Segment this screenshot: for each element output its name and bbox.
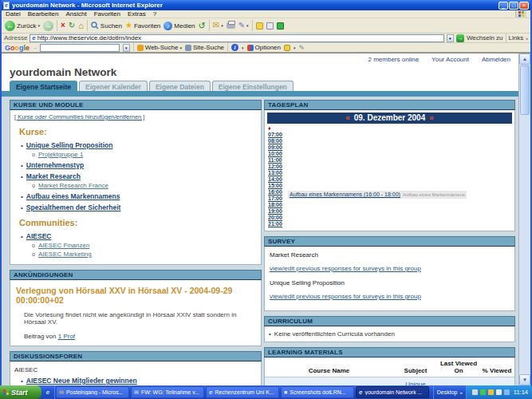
site-search-button[interactable]: Site-Suche bbox=[185, 44, 224, 51]
forward-button[interactable]: → bbox=[43, 21, 53, 31]
menu-item-[interactable]: ? bbox=[153, 10, 156, 18]
next-day-icon[interactable]: » bbox=[429, 113, 434, 122]
print-icon[interactable] bbox=[227, 22, 235, 29]
tray-icon[interactable] bbox=[472, 389, 478, 395]
taskbar-button-fw-wg-teilnahme-v[interactable]: ✉FW: WG: Teilnahme v... bbox=[131, 386, 204, 398]
address-dropdown-icon[interactable]: ▾ bbox=[447, 34, 454, 42]
taskbar-button-yourdomain-network[interactable]: eyourdomain Network ... bbox=[356, 386, 429, 398]
menu-item-bearbeiten[interactable]: Bearbeiten bbox=[28, 10, 59, 18]
options-button[interactable]: Optionen bbox=[247, 44, 281, 51]
back-button[interactable]: ← Zurück ▾ bbox=[5, 21, 40, 31]
favorites-button[interactable]: ★ Favoriten bbox=[125, 21, 160, 30]
aiesec-marketing-link[interactable]: AIESEC Marketing bbox=[38, 251, 92, 258]
scrollbar-thumb[interactable] bbox=[520, 65, 530, 115]
edit-dropdown-icon[interactable]: ▾ bbox=[246, 23, 249, 28]
time-1800-link[interactable]: 18:00 bbox=[268, 202, 282, 207]
projektgruppe-1-link[interactable]: Projektgruppe 1 bbox=[38, 151, 83, 158]
time-2000-link[interactable]: 20:00 bbox=[268, 215, 282, 220]
history-icon[interactable]: ↺ bbox=[199, 21, 206, 30]
survey-responses-link[interactable]: view/edit previous responses for surveys… bbox=[270, 265, 421, 272]
search-button[interactable]: Suchen bbox=[91, 22, 122, 30]
highlighter-dropdown-icon[interactable]: ▾ bbox=[294, 45, 296, 50]
tray-icon[interactable] bbox=[480, 389, 486, 395]
media-button[interactable]: ♪ Medien bbox=[164, 22, 195, 30]
menu-item-datei[interactable]: Datei bbox=[6, 10, 21, 18]
time-1100-link[interactable]: 11:00 bbox=[268, 157, 282, 163]
back-dropdown-icon[interactable]: ▾ bbox=[37, 23, 40, 28]
vertical-scrollbar[interactable]: ▲ ▼ bbox=[518, 53, 530, 385]
page-info-icon[interactable]: i bbox=[231, 44, 238, 51]
start-button[interactable]: Start bbox=[0, 385, 41, 399]
mail-button[interactable]: ✉ ▾ bbox=[213, 21, 223, 30]
web-search-dropdown-icon[interactable]: ▾ bbox=[179, 45, 182, 50]
tray-icon[interactable] bbox=[504, 389, 510, 395]
time-2100-link[interactable]: 21:00 bbox=[268, 221, 282, 227]
time-0700-link[interactable]: 07:00 bbox=[268, 132, 282, 137]
tray-icon[interactable] bbox=[488, 389, 494, 395]
web-search-button[interactable]: Web-Suche ▾ bbox=[137, 44, 182, 51]
time-1300-link[interactable]: 13:00 bbox=[268, 170, 282, 176]
address-input[interactable]: e http://www.theservice.de/dotlrn/index bbox=[30, 34, 444, 42]
author-link[interactable]: 1 Prof bbox=[58, 333, 75, 340]
aiesec-link[interactable]: AIESEC bbox=[26, 232, 52, 240]
time-1000-link[interactable]: 10:00 bbox=[268, 151, 282, 156]
logout-link[interactable]: Abmelden bbox=[482, 56, 510, 64]
your-account-link[interactable]: Your Account bbox=[432, 56, 469, 64]
discuss-icon[interactable] bbox=[256, 22, 263, 30]
highlighter-icon[interactable] bbox=[284, 45, 290, 51]
aiesec-finanzen-link[interactable]: AIESEC Finanzen bbox=[38, 242, 89, 249]
taskbar-button-posteingang-micros[interactable]: ✉Posteingang - Micros... bbox=[56, 386, 129, 398]
links-chevron-icon[interactable]: » bbox=[526, 36, 528, 41]
time-1200-link[interactable]: 12:00 bbox=[268, 164, 282, 169]
google-search-dropdown-icon[interactable]: ▾ bbox=[123, 44, 130, 52]
menu-item-extras[interactable]: Extras bbox=[128, 10, 146, 18]
time-1600-link[interactable]: 16:00 bbox=[268, 189, 282, 195]
scroll-up-icon[interactable]: ▲ bbox=[519, 53, 530, 65]
unique-selling-proposition-link[interactable]: Unique Selling Proposition bbox=[26, 141, 113, 149]
taskbar-button-rechenzentrum-uni-k[interactable]: eRechenzentrum Uni K... bbox=[206, 386, 279, 398]
taskbar-button-screenshots-dotlrn[interactable]: ■Screenshots dotLRN... bbox=[281, 386, 354, 398]
spezialthemen-der-sicherheit-link[interactable]: Spezialthemen der Sicherheit bbox=[26, 203, 121, 211]
edit-button[interactable]: ✎ ▾ bbox=[238, 21, 249, 30]
unternehmenstyp-link[interactable]: Unternehmenstyp bbox=[26, 161, 84, 169]
research-icon[interactable] bbox=[266, 22, 274, 30]
tab-eigene-dateien[interactable]: Eigene Dateien bbox=[149, 81, 211, 91]
aufbau-eines-markennamens-link[interactable]: Aufbau eines Markennamens bbox=[26, 192, 120, 200]
go-label[interactable]: Wechseln zu bbox=[467, 34, 503, 41]
prev-day-icon[interactable]: « bbox=[345, 113, 350, 122]
market-research-france-link[interactable]: Market Research France bbox=[38, 182, 108, 189]
mail-dropdown-icon[interactable]: ▾ bbox=[221, 23, 223, 28]
survey-responses-link[interactable]: view/edit previous responses for surveys… bbox=[270, 293, 421, 300]
tray-icon[interactable] bbox=[496, 389, 502, 395]
tab-eigener-kalender[interactable]: Eigener Kalender bbox=[79, 81, 148, 91]
go-icon[interactable]: → bbox=[456, 34, 464, 42]
menu-item-ansicht[interactable]: Ansicht bbox=[65, 10, 86, 18]
time-0800-link[interactable]: 08:00 bbox=[268, 138, 282, 144]
pen-icon[interactable]: ✎ bbox=[299, 44, 305, 52]
stop-icon[interactable]: × bbox=[61, 21, 65, 30]
time-1500-link[interactable]: 15:00 bbox=[268, 183, 282, 188]
refresh-icon[interactable]: ↻ bbox=[69, 21, 75, 30]
ie-quicklaunch-icon[interactable]: e bbox=[46, 389, 49, 396]
manage-courses-link[interactable]: [ Kurse oder Communities hinzufügen/entf… bbox=[14, 113, 144, 120]
desktop-toolbar[interactable]: Desktop » bbox=[433, 385, 466, 399]
maximize-button[interactable]: □ bbox=[509, 2, 518, 10]
page-info-dropdown-icon[interactable]: ▾ bbox=[242, 45, 244, 50]
close-button[interactable]: × bbox=[519, 2, 529, 10]
aiesec-neue-mitglieder-gewinnen-link[interactable]: AIESEC Neue Mitglieder gewinnen bbox=[26, 377, 137, 385]
scroll-down-icon[interactable]: ▼ bbox=[519, 374, 530, 385]
home-icon[interactable]: ⌂ bbox=[78, 21, 84, 30]
minimize-button[interactable]: _ bbox=[499, 2, 508, 10]
tab-eigene-startseite[interactable]: Eigene Startseite bbox=[10, 81, 77, 91]
market-research-link[interactable]: Market Research bbox=[26, 172, 81, 180]
menu-item-favoriten[interactable]: Favoriten bbox=[94, 10, 120, 18]
time-1900-link[interactable]: 19:00 bbox=[268, 208, 282, 214]
time-1700-link[interactable]: 17:00 bbox=[268, 196, 282, 201]
time-1400-link[interactable]: 14:00 bbox=[268, 176, 282, 182]
time-0900-link[interactable]: 09:00 bbox=[268, 144, 282, 150]
google-search-input[interactable] bbox=[40, 44, 120, 52]
links-label[interactable]: Links bbox=[509, 34, 524, 41]
messenger-icon[interactable] bbox=[277, 22, 284, 30]
desktop-chevron-icon[interactable]: » bbox=[459, 390, 462, 395]
tab-eigene-einstellungen[interactable]: Eigene Einstellungen bbox=[212, 81, 294, 91]
